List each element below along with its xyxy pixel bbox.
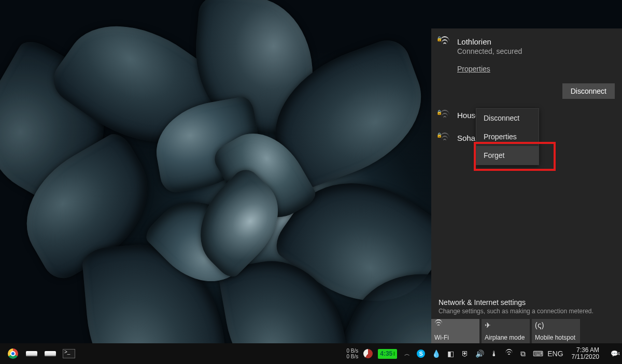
app-tray-icon[interactable]: ◧ [446,350,455,358]
language-indicator[interactable]: ENG [547,350,563,358]
chrome-icon[interactable] [5,346,21,361]
tile-mobile-hotspot[interactable]: (ҁ) Mobile hotspot [532,319,580,343]
properties-link[interactable]: Properties [457,65,490,73]
network-item-connected[interactable]: 🔒 Lothlorien Connected, secured Properti… [431,31,622,79]
network-item-body: Lothlorien Connected, secured Properties [457,37,615,73]
net-speed-down: 0 B/s [346,348,358,354]
tile-airplane-mode[interactable]: ✈ Airplane mode [482,319,530,343]
network-status: Connected, secured [457,47,615,55]
network-context-menu: Disconnect Properties Forget [476,108,539,165]
clock-date: 7/11/2020 [572,354,599,360]
keyboard-icon[interactable]: ⌨ [533,350,542,358]
skype-icon[interactable]: S [417,350,426,358]
network-name: Lothlorien [457,37,615,47]
disk-usage-icon[interactable] [363,349,373,358]
droplet-icon[interactable]: 💧 [431,350,441,358]
clock[interactable]: 7:36 AM 7/11/2020 [569,347,602,360]
dropbox-icon[interactable]: ⧉ [518,350,528,358]
volume-icon[interactable]: 🔊 [475,350,484,358]
net-speed-indicator: 0 B/s 0 B/s [346,348,358,359]
context-menu-forget[interactable]: Forget [476,146,539,165]
tile-label: Airplane mode [485,334,527,341]
disconnect-row: Disconnect [431,79,622,104]
drive-icon[interactable] [43,346,58,361]
tile-wifi[interactable]: Wi-Fi [431,319,479,343]
wifi-secured-icon: 🔒 [440,38,450,47]
settings-title: Network & Internet settings [439,298,615,307]
airplane-icon: ✈ [485,321,527,329]
net-speed-up: 0 B/s [346,354,358,359]
wifi-secured-icon: 🔒 [440,135,450,143]
tile-label: Mobile hotspot [535,334,577,341]
network-settings-link[interactable]: Network & Internet settings [431,294,622,308]
context-menu-properties[interactable]: Properties [476,127,539,146]
tile-label: Wi-Fi [434,334,476,341]
terminal-icon[interactable] [61,346,77,361]
wifi-secured-icon: 🔒 [440,112,450,120]
quick-action-tiles: Wi-Fi ✈ Airplane mode (ҁ) Mobile hotspot [431,319,622,343]
flyout-footer: Network & Internet settings Change setti… [431,294,622,343]
wifi-tray-icon[interactable] [504,350,513,358]
tray-chevron-up-icon[interactable]: ︿ [402,350,412,358]
taskbar-tray: 0 B/s 0 B/s 4:35 ︿ S 💧 ◧ ⛨ 🔊 🌡 ⧉ ⌨ ENG 7… [346,347,622,360]
battery-time: 4:35 [380,350,392,357]
security-icon[interactable]: ⛨ [460,350,470,358]
hotspot-icon: (ҁ) [535,321,577,329]
taskbar-pinned-apps [0,346,77,361]
action-center-icon[interactable]: 💬 4 [607,350,621,357]
settings-subtitle: Change settings, such as making a connec… [431,308,622,319]
wifi-icon [434,321,476,329]
battery-indicator[interactable]: 4:35 [378,349,397,359]
network-flyout: 🔒 Lothlorien Connected, secured Properti… [431,28,622,343]
context-menu-disconnect[interactable]: Disconnect [476,109,539,127]
taskbar: 0 B/s 0 B/s 4:35 ︿ S 💧 ◧ ⛨ 🔊 🌡 ⧉ ⌨ ENG 7… [0,343,622,364]
notification-count: 4 [617,351,620,356]
drive-icon[interactable] [24,346,39,361]
thermometer-icon[interactable]: 🌡 [489,350,499,358]
disconnect-button[interactable]: Disconnect [562,83,615,99]
